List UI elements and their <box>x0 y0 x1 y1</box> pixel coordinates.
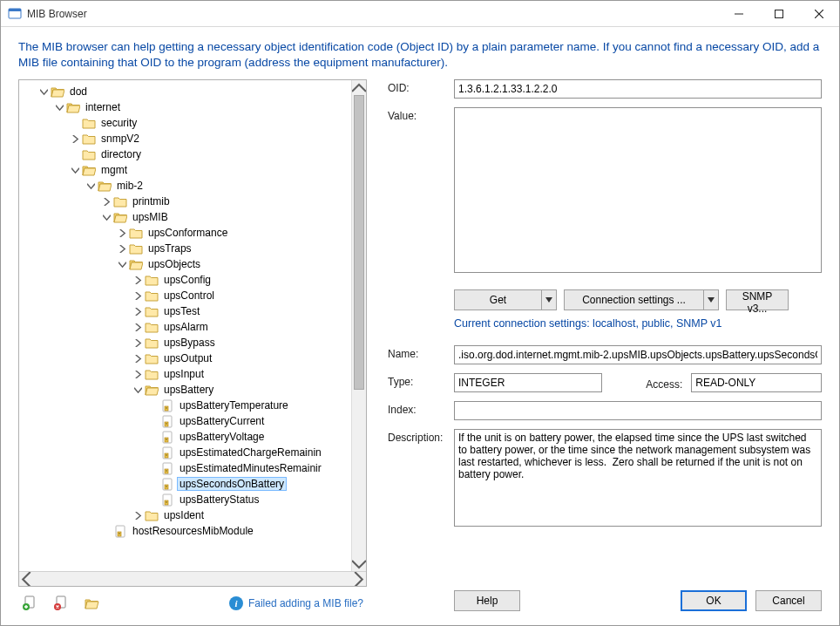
action-button-bar: Get Connection settings ... SNMP v3... <box>454 289 822 310</box>
folder-open-icon <box>145 384 159 396</box>
index-label: Index: <box>388 401 454 416</box>
chevron-down-icon[interactable] <box>132 384 143 395</box>
chevron-down-icon[interactable] <box>117 259 127 269</box>
tree-leaf-upsbatterytemperature[interactable]: upsBatteryTemperature <box>148 398 362 413</box>
chevron-right-icon[interactable] <box>132 353 143 364</box>
description-textarea[interactable]: If the unit is on battery power, the ela… <box>454 429 822 527</box>
index-field[interactable] <box>454 401 822 420</box>
tree-node-upstest[interactable]: upsTest <box>132 303 362 319</box>
chevron-right-icon[interactable] <box>70 133 80 144</box>
tree-node-mgmt[interactable]: mgmt <box>70 162 362 178</box>
folder-icon <box>82 148 96 160</box>
tree-node-upscontrol[interactable]: upsControl <box>132 288 362 303</box>
leaf-icon <box>113 525 127 537</box>
get-dropdown-icon[interactable] <box>541 289 557 310</box>
leaf-icon <box>160 462 174 474</box>
tree-vertical-scrollbar[interactable] <box>351 80 366 571</box>
tree-node-mib2[interactable]: mib-2 <box>85 178 362 194</box>
chevron-right-icon[interactable] <box>132 337 143 348</box>
leaf-icon <box>160 478 174 490</box>
tree-node-snmpv2[interactable]: snmpV2 <box>70 131 362 146</box>
tree-node-upsobjects[interactable]: upsObjects <box>117 256 362 272</box>
minimize-button[interactable] <box>719 1 759 27</box>
open-folder-icon[interactable] <box>85 595 100 611</box>
help-button[interactable]: Help <box>454 590 520 611</box>
connection-dropdown-icon[interactable] <box>703 289 719 310</box>
tree-node-upsbattery[interactable]: upsBattery <box>132 382 362 398</box>
connection-settings-button[interactable]: Connection settings ... <box>564 289 703 310</box>
dialog-button-bar: Help OK Cancel <box>454 575 822 611</box>
chevron-right-icon[interactable] <box>117 243 127 254</box>
tree-leaf-upsestimatedminutesremaining[interactable]: upsEstimatedMinutesRemainir <box>148 460 362 476</box>
tree-leaf-upsbatterystatus[interactable]: upsBatteryStatus <box>148 492 362 507</box>
chevron-right-icon[interactable] <box>132 275 143 285</box>
chevron-right-icon[interactable] <box>132 322 143 332</box>
tree-node-security[interactable]: security <box>70 115 362 131</box>
chevron-right-icon[interactable] <box>117 228 127 238</box>
tree-node-dod[interactable]: dod <box>38 84 362 99</box>
tree-node-directory[interactable]: directory <box>70 146 362 162</box>
folder-icon <box>145 337 159 349</box>
value-textarea[interactable] <box>454 107 822 273</box>
leaf-icon <box>160 493 174 506</box>
scroll-down-icon[interactable] <box>352 556 366 571</box>
chevron-down-icon[interactable] <box>54 102 64 112</box>
tree-node-upsinput[interactable]: upsInput <box>132 366 362 382</box>
chevron-right-icon[interactable] <box>132 510 143 521</box>
folder-icon <box>145 352 159 364</box>
chevron-down-icon[interactable] <box>101 212 112 222</box>
get-button[interactable]: Get <box>454 289 541 310</box>
connection-split-button[interactable]: Connection settings ... <box>564 289 719 310</box>
tree-leaf-upsbatteryvoltage[interactable]: upsBatteryVoltage <box>148 429 362 445</box>
chevron-right-icon[interactable] <box>132 306 143 316</box>
name-label: Name: <box>388 345 454 360</box>
scroll-right-icon[interactable] <box>351 572 366 587</box>
folder-icon <box>129 242 143 255</box>
tree-horizontal-scrollbar[interactable] <box>19 571 366 586</box>
mib-browser-window: MIB Browser The MIB browser can help get… <box>0 0 840 626</box>
tree-node-upsconfig[interactable]: upsConfig <box>132 272 362 288</box>
value-label: Value: <box>388 107 454 122</box>
scroll-left-icon[interactable] <box>19 572 34 587</box>
close-button[interactable] <box>799 1 839 27</box>
cancel-button[interactable]: Cancel <box>755 590 822 611</box>
name-field[interactable] <box>454 345 822 364</box>
tree-node-upsident[interactable]: upsIdent <box>132 507 362 523</box>
mib-tree[interactable]: dod internet <box>18 79 367 587</box>
type-field[interactable] <box>454 373 602 392</box>
window-title: MIB Browser <box>27 8 719 20</box>
folder-icon <box>129 227 143 239</box>
chevron-down-icon[interactable] <box>38 86 49 97</box>
ok-button[interactable]: OK <box>681 590 747 611</box>
chevron-right-icon[interactable] <box>101 196 112 207</box>
folder-open-icon <box>66 101 80 113</box>
leaf-icon <box>160 399 174 412</box>
get-split-button[interactable]: Get <box>454 289 557 310</box>
tree-node-upsconformance[interactable]: upsConformance <box>117 225 362 241</box>
tree-node-upsalarm[interactable]: upsAlarm <box>132 319 362 335</box>
folder-icon <box>82 117 96 129</box>
maximize-button[interactable] <box>759 1 799 27</box>
tree-leaf-upsbatterycurrent[interactable]: upsBatteryCurrent <box>148 413 362 429</box>
chevron-down-icon[interactable] <box>70 165 80 175</box>
chevron-down-icon[interactable] <box>85 180 96 191</box>
tree-node-upsmib[interactable]: upsMIB <box>101 209 362 225</box>
tree-node-upsbypass[interactable]: upsBypass <box>132 335 362 350</box>
leaf-icon <box>160 446 174 459</box>
tree-leaf-upsestimatedchargeremaining[interactable]: upsEstimatedChargeRemainin <box>148 445 362 460</box>
add-mib-icon[interactable] <box>22 595 37 611</box>
access-field[interactable] <box>691 373 822 392</box>
tree-node-printmib[interactable]: printmib <box>101 194 362 209</box>
faq-link[interactable]: i Failed adding a MIB file? <box>229 596 363 610</box>
remove-mib-icon[interactable] <box>53 595 69 611</box>
snmp-v3-button[interactable]: SNMP v3... <box>726 289 789 310</box>
tree-node-internet[interactable]: internet <box>54 99 362 115</box>
tree-leaf-upssecondsonbattery[interactable]: upsSecondsOnBattery <box>148 476 362 492</box>
tree-node-upsoutput[interactable]: upsOutput <box>132 350 362 366</box>
oid-input[interactable] <box>454 79 822 99</box>
chevron-right-icon[interactable] <box>132 369 143 379</box>
scroll-up-icon[interactable] <box>352 80 366 95</box>
tree-leaf-hostresourcesmibmodule[interactable]: hostResourcesMibModule <box>101 523 362 539</box>
chevron-right-icon[interactable] <box>132 290 143 301</box>
tree-node-upstraps[interactable]: upsTraps <box>117 241 362 256</box>
